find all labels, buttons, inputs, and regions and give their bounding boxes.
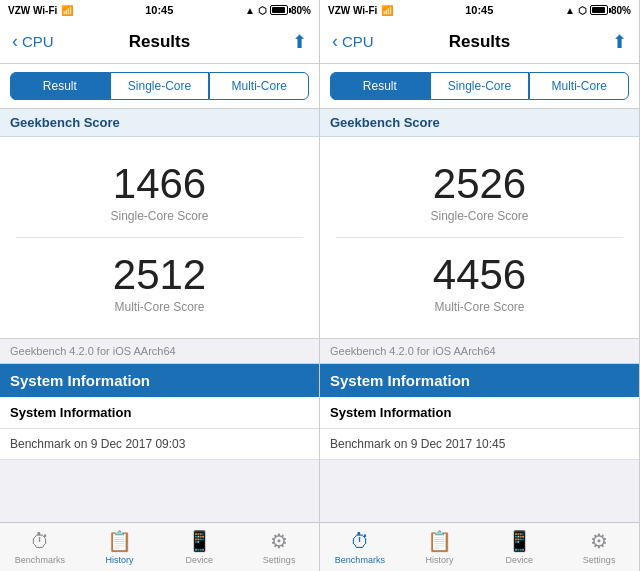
multi-core-block-right: 4456 Multi-Core Score (320, 238, 639, 328)
nav-title-left: Results (129, 32, 190, 52)
nav-back-right[interactable]: ‹ CPU (332, 31, 374, 52)
version-info-right: Geekbench 4.2.0 for iOS AArch64 (320, 338, 639, 364)
battery-pct-left: 80% (291, 5, 311, 16)
nav-bar-left: ‹ CPU Results ⬆ (0, 20, 319, 64)
multi-core-score-right: 4456 (433, 252, 526, 298)
single-core-block-left: 1466 Single-Core Score (0, 147, 319, 237)
wifi-icon-left: 📶 (61, 5, 73, 16)
tab-device-left[interactable]: 📱 Device (160, 523, 240, 571)
share-icon-left[interactable]: ⬆ (292, 31, 307, 53)
tab-result-right[interactable]: Result (330, 72, 430, 100)
tab-single-core-left[interactable]: Single-Core (110, 72, 210, 100)
multi-core-score-left: 2512 (113, 252, 206, 298)
bluetooth-icon-left: ⬡ (258, 5, 267, 16)
signal-icon-right: ▲ (565, 5, 575, 16)
history-label-left: History (106, 555, 134, 565)
benchmark-row-right: Benchmark on 9 Dec 2017 10:45 (320, 429, 639, 460)
right-panel: VZW Wi-Fi 📶 10:45 ▲ ⬡ 80% ‹ CPU Results … (320, 0, 640, 571)
segment-tabs-left: Result Single-Core Multi-Core (0, 64, 319, 109)
tab-settings-right[interactable]: ⚙ Settings (559, 523, 639, 571)
geekbench-header-left: Geekbench Score (0, 109, 319, 137)
tab-device-right[interactable]: 📱 Device (480, 523, 560, 571)
settings-label-right: Settings (583, 555, 616, 565)
settings-label-left: Settings (263, 555, 296, 565)
settings-icon-right: ⚙ (590, 529, 608, 553)
tab-single-core-right[interactable]: Single-Core (430, 72, 530, 100)
tab-benchmarks-right[interactable]: ⏱ Benchmarks (320, 523, 400, 571)
benchmarks-icon-left: ⏱ (30, 530, 50, 553)
single-core-score-right: 2526 (433, 161, 526, 207)
multi-core-label-left: Multi-Core Score (114, 300, 204, 314)
tab-history-right[interactable]: 📋 History (400, 523, 480, 571)
benchmarks-label-right: Benchmarks (335, 555, 385, 565)
sys-info-header-right: System Information (320, 364, 639, 397)
history-label-right: History (426, 555, 454, 565)
nav-back-left[interactable]: ‹ CPU (12, 31, 54, 52)
time-right: 10:45 (465, 4, 493, 16)
tab-multi-core-right[interactable]: Multi-Core (529, 72, 629, 100)
benchmark-row-left: Benchmark on 9 Dec 2017 09:03 (0, 429, 319, 460)
signal-icon-left: ▲ (245, 5, 255, 16)
status-bar-right: VZW Wi-Fi 📶 10:45 ▲ ⬡ 80% (320, 0, 639, 20)
device-label-right: Device (506, 555, 534, 565)
tab-bar-right: ⏱ Benchmarks 📋 History 📱 Device ⚙ Settin… (320, 522, 639, 571)
segment-tabs-right: Result Single-Core Multi-Core (320, 64, 639, 109)
nav-title-right: Results (449, 32, 510, 52)
sys-info-row-right: System Information (320, 397, 639, 429)
bluetooth-icon-right: ⬡ (578, 5, 587, 16)
time-left: 10:45 (145, 4, 173, 16)
history-icon-left: 📋 (107, 529, 132, 553)
geekbench-header-right: Geekbench Score (320, 109, 639, 137)
version-info-left: Geekbench 4.2.0 for iOS AArch64 (0, 338, 319, 364)
status-left: VZW Wi-Fi 📶 (8, 5, 73, 16)
battery-icon-left (270, 5, 288, 15)
device-label-left: Device (186, 555, 214, 565)
single-core-label-right: Single-Core Score (430, 209, 528, 223)
scores-area-right: 2526 Single-Core Score 4456 Multi-Core S… (320, 137, 639, 338)
device-icon-right: 📱 (507, 529, 532, 553)
tab-history-left[interactable]: 📋 History (80, 523, 160, 571)
tab-benchmarks-left[interactable]: ⏱ Benchmarks (0, 523, 80, 571)
tab-multi-core-left[interactable]: Multi-Core (209, 72, 309, 100)
battery-icon-right (590, 5, 608, 15)
nav-back-label-left: CPU (22, 33, 54, 50)
carrier-right: VZW Wi-Fi (328, 5, 377, 16)
status-right-right: ▲ ⬡ 80% (565, 5, 631, 16)
chevron-left-icon-right: ‹ (332, 31, 338, 52)
scores-area-left: 1466 Single-Core Score 2512 Multi-Core S… (0, 137, 319, 338)
tab-result-left[interactable]: Result (10, 72, 110, 100)
battery-pct-right: 80% (611, 5, 631, 16)
single-core-label-left: Single-Core Score (110, 209, 208, 223)
tab-bar-left: ⏱ Benchmarks 📋 History 📱 Device ⚙ Settin… (0, 522, 319, 571)
carrier-left: VZW Wi-Fi (8, 5, 57, 16)
multi-core-block-left: 2512 Multi-Core Score (0, 238, 319, 328)
benchmarks-icon-right: ⏱ (350, 530, 370, 553)
settings-icon-left: ⚙ (270, 529, 288, 553)
status-bar-left: VZW Wi-Fi 📶 10:45 ▲ ⬡ 80% (0, 0, 319, 20)
share-icon-right[interactable]: ⬆ (612, 31, 627, 53)
multi-core-label-right: Multi-Core Score (434, 300, 524, 314)
chevron-left-icon: ‹ (12, 31, 18, 52)
status-right-left: ▲ ⬡ 80% (245, 5, 311, 16)
status-left-right: VZW Wi-Fi 📶 (328, 5, 393, 16)
single-core-block-right: 2526 Single-Core Score (320, 147, 639, 237)
benchmarks-label-left: Benchmarks (15, 555, 65, 565)
sys-info-header-left: System Information (0, 364, 319, 397)
device-icon-left: 📱 (187, 529, 212, 553)
history-icon-right: 📋 (427, 529, 452, 553)
nav-bar-right: ‹ CPU Results ⬆ (320, 20, 639, 64)
nav-back-label-right: CPU (342, 33, 374, 50)
sys-info-row-left: System Information (0, 397, 319, 429)
left-panel: VZW Wi-Fi 📶 10:45 ▲ ⬡ 80% ‹ CPU Results … (0, 0, 320, 571)
single-core-score-left: 1466 (113, 161, 206, 207)
wifi-icon-right: 📶 (381, 5, 393, 16)
tab-settings-left[interactable]: ⚙ Settings (239, 523, 319, 571)
